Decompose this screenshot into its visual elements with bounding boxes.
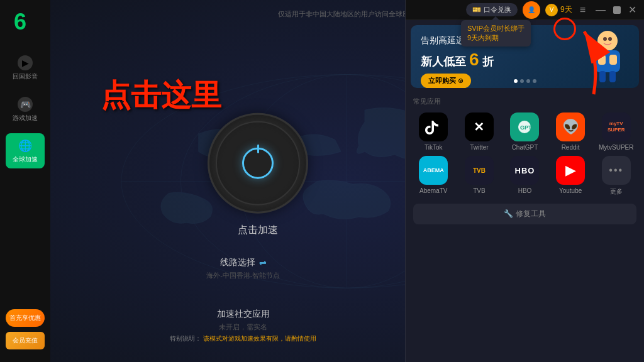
banner-character xyxy=(582,28,633,85)
sidebar-item-huiguo[interactable]: ▶ 回国影音 xyxy=(6,50,44,85)
svg-text:GPT: GPT xyxy=(520,124,532,131)
svg-rect-11 xyxy=(609,71,616,82)
reddit-icon: 👽 xyxy=(556,112,585,141)
app-tvb[interactable]: TVB TVB xyxy=(459,156,500,196)
svg-text:6: 6 xyxy=(14,9,26,35)
minimize-button[interactable]: — xyxy=(593,4,608,16)
reddit-label: Reddit xyxy=(562,144,580,151)
sidebar-item-global[interactable]: 🌐 全球加速 xyxy=(6,133,45,168)
banner-dot-2 xyxy=(520,79,524,83)
repair-tools-button[interactable]: 🔧 修复工具 xyxy=(413,204,636,224)
hbo-icon: HBO xyxy=(510,156,539,185)
titlebar: 🎫 口令兑换 👤 V 9天 ≡ — ✕ xyxy=(406,0,644,20)
social-note-value: 该模式对游戏加速效果有限，请酌情使用 xyxy=(203,335,316,342)
app-reddit[interactable]: 👽 Reddit xyxy=(550,112,591,151)
power-icon xyxy=(242,148,274,179)
power-area: 点击加速 xyxy=(208,113,308,237)
abematv-icon: ABEMA xyxy=(419,156,448,185)
tiktok-label: TikTok xyxy=(425,144,443,151)
app-tiktok[interactable]: TikTok xyxy=(413,112,454,151)
twitter-label: Twitter xyxy=(470,144,488,151)
svg-point-12 xyxy=(603,37,607,41)
app-chatgpt[interactable]: GPT ChatGPT xyxy=(504,112,545,151)
huiguo-icon: ▶ xyxy=(18,55,33,70)
menu-icon[interactable]: ≡ xyxy=(577,4,588,16)
close-button[interactable]: ✕ xyxy=(626,4,639,16)
svg-rect-10 xyxy=(599,71,606,82)
quick-apps-grid: TikTok ✕ Twitter GPT ChatGPT 👽 Reddit my… xyxy=(406,109,644,200)
social-title: 加速社交应用 xyxy=(109,309,377,320)
chatgpt-icon: GPT xyxy=(510,112,539,141)
sidebar-item-global-label: 全球加速 xyxy=(13,156,38,163)
app-hbo[interactable]: HBO HBO xyxy=(504,156,545,196)
svg-point-6 xyxy=(597,31,618,51)
chatgpt-label: ChatGPT xyxy=(512,144,538,151)
banner-dot-4 xyxy=(533,79,536,83)
social-note: 特别说明： 该模式对游戏加速效果有限，请酌情使用 xyxy=(109,334,377,343)
quick-section-label: 常见应用 xyxy=(406,93,644,109)
mytvsuper-icon: myTVSUPER xyxy=(602,112,631,141)
power-label: 点击加速 xyxy=(238,224,278,237)
route-edit-icon: ⇌ xyxy=(259,258,267,268)
app-container: 6 ▶ 回国影音 🎮 游戏加速 🌐 全球加速 首充享优惠 会员充值 xyxy=(0,0,644,362)
banner-dots xyxy=(514,79,536,83)
twitter-icon: ✕ xyxy=(465,112,494,141)
tvb-icon: TVB xyxy=(465,156,494,185)
svip-notice: SVIP会员时长绑于 9天内到期 xyxy=(461,20,531,47)
maximize-button[interactable] xyxy=(613,6,621,14)
social-section: 加速社交应用 未开启，需实名 特别说明： 该模式对游戏加速效果有限，请酌情使用 xyxy=(109,309,377,343)
app-mytvsuper[interactable]: myTVSUPER MytvSUPER xyxy=(596,112,636,151)
user-avatar[interactable]: 👤 xyxy=(523,1,540,19)
game-icon: 🎮 xyxy=(18,97,33,112)
subscribe-button[interactable]: 首充享优惠 xyxy=(6,309,45,327)
abematv-label: AbemaTV xyxy=(419,187,447,194)
vip-icon: V xyxy=(545,4,558,16)
social-note-label: 特别说明： xyxy=(170,335,201,342)
route-section: 线路选择 ⇌ 海外-中国香港-智能节点 xyxy=(109,257,377,280)
svg-rect-8 xyxy=(598,55,606,65)
mytvsuper-label: MytvSUPER xyxy=(599,144,634,151)
app-youtube[interactable]: ▶ Youtube xyxy=(550,156,591,196)
svg-point-13 xyxy=(608,37,612,41)
banner-dot-3 xyxy=(526,79,530,83)
sidebar-item-game-label: 游戏加速 xyxy=(13,114,38,122)
route-title[interactable]: 线路选择 ⇌ xyxy=(109,257,377,268)
sidebar-bottom: 首充享优惠 会员充值 xyxy=(6,309,45,362)
coupon-button[interactable]: 🎫 口令兑换 xyxy=(466,3,518,16)
app-logo: 6 xyxy=(9,6,41,38)
power-button[interactable] xyxy=(208,113,308,214)
banner-dot-1 xyxy=(514,79,518,83)
coupon-icon: 🎫 xyxy=(472,6,481,14)
app-twitter[interactable]: ✕ Twitter xyxy=(459,112,500,151)
youtube-label: Youtube xyxy=(559,187,582,194)
app-abematv[interactable]: ABEMA AbemaTV xyxy=(413,156,454,196)
tvb-label: TVB xyxy=(473,187,485,194)
youtube-icon: ▶ xyxy=(556,156,585,185)
sidebar-item-game[interactable]: 🎮 游戏加速 xyxy=(6,92,44,127)
sidebar: 6 ▶ 回国影音 🎮 游戏加速 🌐 全球加速 首充享优惠 会员充值 xyxy=(0,0,50,362)
social-status: 未开启，需实名 xyxy=(109,322,377,332)
top-notice: 仅适用于非中国大陆地区的用户访问全球应用 xyxy=(278,9,416,19)
route-subtitle: 海外-中国香港-智能节点 xyxy=(109,271,377,280)
svg-rect-9 xyxy=(609,55,617,65)
tiktok-icon xyxy=(419,112,448,141)
hbo-label: HBO xyxy=(518,187,532,194)
vip-button[interactable]: 会员充值 xyxy=(6,332,45,349)
vip-days-display: V 9天 xyxy=(545,4,572,16)
global-icon: 🌐 xyxy=(18,138,33,153)
more-icon: ••• xyxy=(602,156,631,185)
right-panel: 🎫 口令兑换 👤 V 9天 ≡ — ✕ SVIP会员时长绑于 9天内到期 xyxy=(405,0,644,362)
app-more[interactable]: ••• 更多 xyxy=(596,156,636,196)
more-label: 更多 xyxy=(610,187,623,196)
sidebar-item-huiguo-label: 回国影音 xyxy=(13,73,38,80)
banner-cta-button[interactable]: 立即购买 ⊙ xyxy=(421,74,471,88)
